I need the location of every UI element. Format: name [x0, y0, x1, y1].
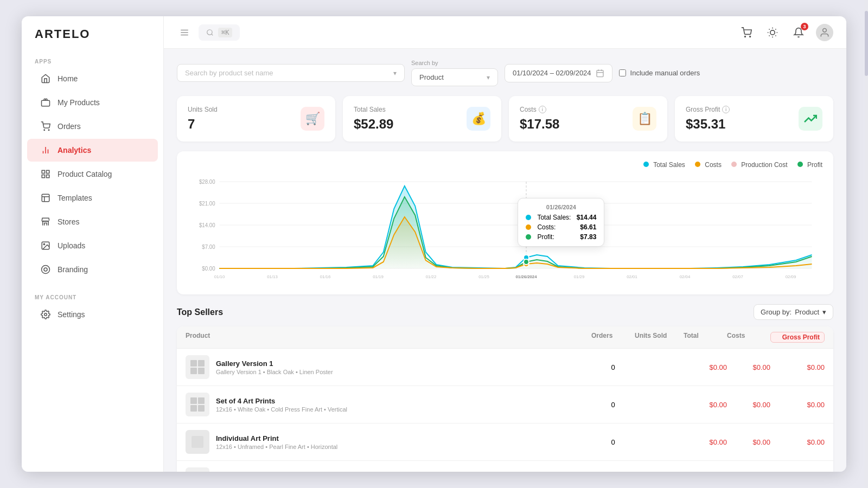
topbar-right: 3 [738, 24, 833, 41]
svg-text:02/09: 02/09 [786, 274, 796, 279]
legend-production-cost: Production Cost [731, 161, 788, 169]
svg-text:02/07: 02/07 [732, 274, 743, 279]
sidebar-item-my-products[interactable]: My Products [27, 91, 158, 114]
sidebar-item-label: Analytics [58, 146, 91, 155]
top-sellers-table: Product Orders Units Sold Total Costs Gr… [177, 326, 833, 472]
stat-card-units-sold: Units Sold 7 🛒 [177, 96, 335, 142]
units-sold-icon: 🛒 [301, 107, 324, 131]
svg-rect-35 [597, 70, 603, 76]
notifications-button[interactable]: 3 [790, 24, 807, 41]
sidebar-item-product-catalog[interactable]: Product Catalog [27, 163, 158, 185]
col-product: Product [186, 332, 591, 343]
apps-section-label: APPS [22, 52, 163, 67]
collapse-sidebar-button[interactable] [177, 25, 192, 40]
costs-label: Costs i [520, 106, 559, 113]
sidebar-item-templates[interactable]: Templates [27, 187, 158, 209]
myaccount-section-label: MY ACCOUNT [22, 288, 163, 303]
svg-text:01/10: 01/10 [214, 274, 225, 279]
group-by-select[interactable]: Group by: Product ▾ [754, 304, 833, 320]
svg-rect-67 [190, 368, 197, 374]
legend-costs: Costs [695, 161, 722, 169]
svg-point-2 [48, 130, 49, 131]
cart-button[interactable] [738, 24, 755, 41]
costs-value: $17.58 [520, 117, 559, 132]
svg-text:01/25: 01/25 [478, 274, 489, 279]
svg-rect-69 [190, 397, 197, 404]
chevron-down-icon: ▾ [822, 308, 826, 316]
total-val: $0.00 [684, 363, 727, 371]
product-cell: Set of 6 Frames 9x12 • Silver Metal • Ve… [186, 467, 591, 472]
profit-val: $0.00 [770, 438, 825, 446]
sidebar-item-stores[interactable]: Stores [27, 210, 158, 233]
total-val: $0.00 [684, 401, 727, 409]
user-avatar[interactable] [816, 24, 833, 41]
sidebar-item-label: Settings [58, 310, 85, 319]
svg-rect-73 [192, 436, 203, 448]
stat-card-costs: Costs i $17.58 📋 [509, 96, 667, 142]
product-name: Individual Art Print [216, 434, 337, 442]
sidebar-item-label: Product Catalog [58, 170, 112, 178]
stats-row: Units Sold 7 🛒 Total Sales $52.89 💰 [177, 96, 833, 142]
svg-text:01/29: 01/29 [574, 274, 585, 279]
col-costs: Costs [727, 332, 770, 343]
svg-text:02/01: 02/01 [627, 274, 637, 279]
include-manual-orders-checkbox[interactable]: Include manual orders [619, 69, 700, 77]
sidebar-item-home[interactable]: Home [27, 67, 158, 90]
top-sellers-header: Top Sellers Group by: Product ▾ [177, 304, 833, 320]
gross-profit-value: $35.31 [686, 117, 730, 132]
chart-legend: Total Sales Costs Production Cost Profit [188, 161, 822, 169]
search-bar[interactable]: ⌘K [199, 24, 240, 41]
sidebar-item-analytics[interactable]: Analytics [27, 139, 158, 162]
svg-point-25 [770, 30, 775, 34]
svg-text:$7.00: $7.00 [202, 244, 215, 250]
grid-icon [40, 169, 51, 179]
main-area: ⌘K 3 [164, 16, 846, 472]
bar-chart-icon [40, 145, 51, 156]
product-cell: Individual Art Print 12x16 • Unframed • … [186, 430, 591, 454]
date-range-picker[interactable]: 01/10/2024 – 02/09/2024 [505, 64, 612, 82]
notification-badge: 3 [801, 23, 808, 30]
svg-rect-9 [42, 175, 44, 178]
sidebar-item-label: Orders [58, 122, 81, 131]
sidebar-item-label: Uploads [58, 241, 85, 250]
sidebar-item-label: Home [58, 74, 78, 83]
svg-rect-68 [198, 368, 205, 374]
branding-icon [40, 264, 51, 275]
svg-text:$14.00: $14.00 [199, 222, 215, 228]
svg-rect-0 [42, 100, 50, 106]
product-set-select[interactable]: Search by product set name ▾ [177, 64, 405, 82]
col-orders: Orders [591, 332, 635, 343]
svg-point-17 [44, 313, 47, 316]
sidebar-item-settings[interactable]: Settings [27, 303, 158, 326]
col-gross-profit: Gross Profit [770, 332, 825, 343]
chart-svg: $28.00 $21.00 $14.00 $7.00 $0.00 [188, 176, 822, 285]
costs-info-icon[interactable]: i [539, 106, 546, 113]
search-by-select[interactable]: Product ▾ [411, 68, 498, 86]
profit-val: $0.00 [770, 401, 825, 409]
theme-toggle-button[interactable] [764, 24, 781, 41]
svg-rect-65 [190, 360, 197, 367]
sidebar-item-branding[interactable]: Branding [27, 258, 158, 281]
sidebar-item-orders[interactable]: Orders [27, 115, 158, 138]
table-row: Gallery Version 1 Gallery Version 1 • Bl… [177, 349, 833, 386]
sidebar-item-uploads[interactable]: Uploads [27, 234, 158, 257]
table-row: Set of 4 Art Prints 12x16 • White Oak • … [177, 386, 833, 423]
orders-val: 0 [591, 363, 635, 371]
units-sold-value: 7 [188, 117, 218, 132]
table-row: Set of 6 Frames 9x12 • Silver Metal • Ve… [177, 461, 833, 472]
svg-text:02/04: 02/04 [680, 274, 691, 279]
svg-point-14 [43, 243, 44, 245]
sidebar-item-label: My Products [58, 98, 100, 107]
date-range-value: 01/10/2024 – 02/09/2024 [513, 69, 591, 77]
units-sold-label: Units Sold [188, 106, 218, 113]
gross-profit-icon [799, 107, 822, 131]
manual-orders-input[interactable] [619, 69, 626, 76]
svg-text:01/26/2024: 01/26/2024 [516, 274, 538, 279]
gross-profit-info-icon[interactable]: i [722, 106, 730, 113]
filters-row: Search by product set name ▾ Search by P… [177, 60, 833, 86]
stat-card-total-sales: Total Sales $52.89 💰 [343, 96, 501, 142]
svg-line-28 [769, 29, 770, 29]
app-wrapper: ARTELO APPS Home My Products Orders Anal [22, 16, 846, 472]
app-logo: ARTELO [22, 27, 163, 52]
legend-profit: Profit [797, 161, 822, 169]
